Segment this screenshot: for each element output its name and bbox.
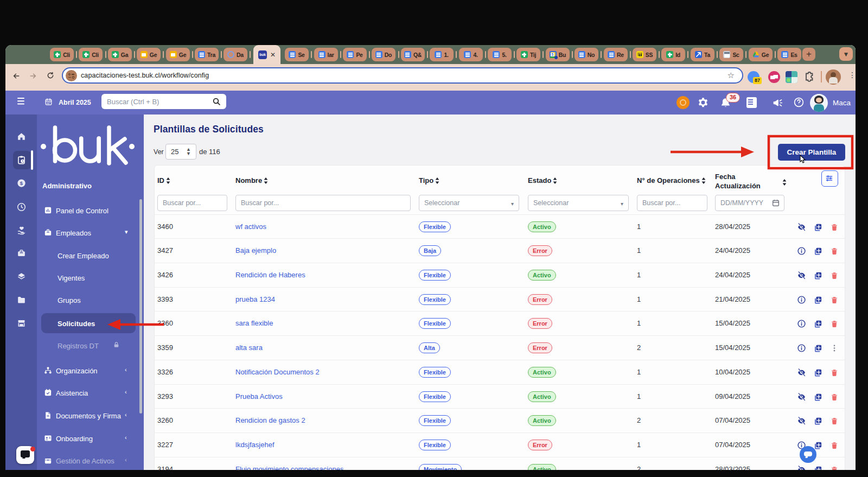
svg-text:$: $	[20, 180, 23, 186]
